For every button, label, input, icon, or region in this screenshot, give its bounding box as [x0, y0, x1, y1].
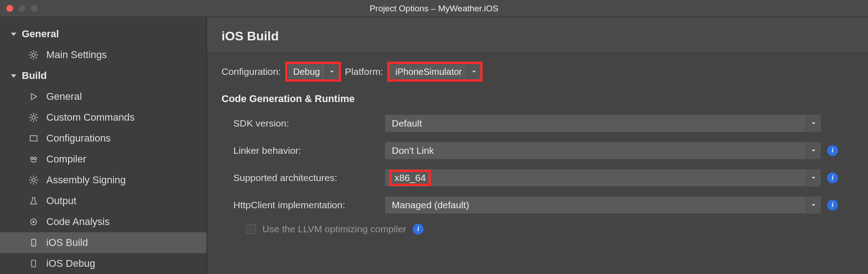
supported-architectures-value: x86_64: [385, 170, 806, 186]
llvm-checkbox-row: Use the LLVM optimizing compiler i: [222, 224, 853, 235]
linker-behavior-dropdown[interactable]: Don't Link: [385, 142, 821, 159]
chevron-down-icon: [326, 64, 338, 79]
content-pane: iOS Build Configuration: Debug Platform:…: [207, 17, 868, 274]
sidebar-section-build[interactable]: Build: [0, 65, 207, 86]
sidebar-item-code-analysis[interactable]: Code Analysis: [0, 211, 207, 232]
sidebar-item-assembly-signing[interactable]: Assembly Signing: [0, 170, 207, 191]
window-body: General Main Settings Build General: [0, 17, 868, 274]
svg-line-29: [36, 177, 37, 178]
configuration-value: Debug: [288, 64, 326, 79]
project-options-window: Project Options – MyWeather.iOS General …: [0, 0, 868, 274]
svg-point-33: [33, 245, 34, 246]
svg-point-19: [31, 157, 34, 160]
phone-icon: [28, 258, 39, 269]
phone-icon: [28, 237, 39, 248]
configuration-dropdown[interactable]: Debug: [287, 64, 339, 79]
chevron-down-icon: [806, 115, 820, 132]
gear-icon: [28, 49, 39, 60]
linker-behavior-label: Linker behavior:: [222, 145, 385, 156]
linker-behavior-row: Linker behavior: Don't Link i: [222, 142, 853, 159]
chevron-down-icon: [806, 197, 820, 213]
sdk-version-label: SDK version:: [222, 118, 385, 129]
gear-icon: [28, 112, 39, 123]
supported-architectures-label: Supported architectures:: [222, 172, 385, 183]
svg-line-26: [30, 177, 32, 178]
content-body: Configuration: Debug Platform: iPhoneSim…: [207, 53, 868, 274]
svg-point-35: [33, 266, 34, 267]
supported-architectures-dropdown[interactable]: x86_64: [385, 169, 821, 186]
configuration-label: Configuration:: [222, 66, 281, 77]
section-title: Code Generation & Runtime: [222, 93, 853, 105]
platform-dropdown[interactable]: iPhoneSimulator: [390, 64, 481, 79]
svg-line-5: [30, 52, 32, 53]
sidebar-item-label: Main Settings: [46, 49, 107, 61]
sidebar-section-label: General: [22, 28, 59, 40]
llvm-checkbox[interactable]: [246, 224, 256, 234]
sidebar-item-label: Compiler: [46, 153, 86, 165]
sidebar-item-output[interactable]: Output: [0, 191, 207, 211]
target-icon: [28, 216, 39, 227]
httpclient-dropdown[interactable]: Managed (default): [385, 196, 821, 214]
svg-line-8: [36, 52, 37, 53]
minimize-window-button[interactable]: [19, 5, 25, 12]
sdk-version-row: SDK version: Default: [222, 115, 853, 132]
chevron-down-icon: [806, 170, 820, 186]
box-icon: [28, 133, 39, 144]
play-icon: [28, 91, 39, 102]
maximize-window-button[interactable]: [31, 5, 38, 12]
titlebar: Project Options – MyWeather.iOS: [0, 0, 868, 17]
sidebar-item-configurations[interactable]: Configurations: [0, 128, 207, 149]
svg-point-20: [34, 157, 37, 160]
sidebar-item-ios-debug[interactable]: iOS Debug: [0, 253, 207, 274]
supported-architectures-row: Supported architectures: x86_64 i: [222, 169, 853, 186]
sidebar-item-custom-commands[interactable]: Custom Commands: [0, 107, 207, 128]
close-window-button[interactable]: [6, 5, 13, 12]
svg-line-27: [36, 182, 37, 184]
sidebar-item-label: General: [46, 91, 82, 103]
sdk-version-value: Default: [385, 115, 806, 132]
svg-point-0: [32, 53, 35, 56]
chevron-down-icon: [10, 72, 17, 79]
robot-icon: [28, 154, 39, 165]
svg-point-31: [33, 221, 35, 223]
window-title: Project Options – MyWeather.iOS: [0, 4, 868, 14]
window-controls: [6, 5, 38, 12]
page-title: iOS Build: [207, 17, 868, 53]
platform-label: Platform:: [345, 66, 383, 77]
sidebar-section-label: Build: [22, 70, 47, 82]
svg-line-16: [30, 120, 32, 121]
sidebar-section-general[interactable]: General: [0, 24, 207, 44]
chevron-down-icon: [467, 64, 480, 79]
sidebar-item-label: Output: [46, 195, 76, 207]
info-icon[interactable]: i: [827, 200, 838, 210]
gear-icon: [28, 175, 39, 186]
svg-line-28: [30, 182, 32, 184]
sidebar-item-label: Custom Commands: [46, 112, 134, 123]
httpclient-value: Managed (default): [385, 197, 806, 213]
info-icon[interactable]: i: [827, 145, 838, 156]
httpclient-label: HttpClient implementation:: [222, 200, 385, 210]
platform-value: iPhoneSimulator: [390, 64, 468, 79]
httpclient-row: HttpClient implementation: Managed (defa…: [222, 196, 853, 214]
sidebar-item-label: Configurations: [46, 132, 111, 144]
sidebar: General Main Settings Build General: [0, 17, 207, 274]
svg-line-15: [36, 120, 37, 121]
sdk-version-dropdown[interactable]: Default: [385, 115, 821, 132]
sidebar-item-main-settings[interactable]: Main Settings: [0, 44, 207, 65]
llvm-checkbox-label: Use the LLVM optimizing compiler: [262, 224, 406, 235]
sidebar-item-label: Code Analysis: [46, 216, 109, 228]
info-icon[interactable]: i: [413, 224, 424, 235]
sidebar-item-ios-build[interactable]: iOS Build: [0, 232, 207, 253]
sidebar-item-compiler[interactable]: Compiler: [0, 149, 207, 170]
svg-rect-18: [30, 136, 37, 141]
chevron-down-icon: [10, 30, 17, 38]
sidebar-item-label: iOS Build: [46, 237, 88, 249]
chevron-down-icon: [806, 142, 820, 159]
svg-line-14: [30, 114, 32, 116]
info-icon[interactable]: i: [827, 172, 838, 183]
config-platform-row: Configuration: Debug Platform: iPhoneSim…: [222, 64, 853, 79]
svg-point-9: [32, 116, 35, 119]
svg-point-21: [32, 178, 35, 181]
svg-line-17: [36, 114, 37, 116]
sidebar-item-build-general[interactable]: General: [0, 86, 207, 107]
